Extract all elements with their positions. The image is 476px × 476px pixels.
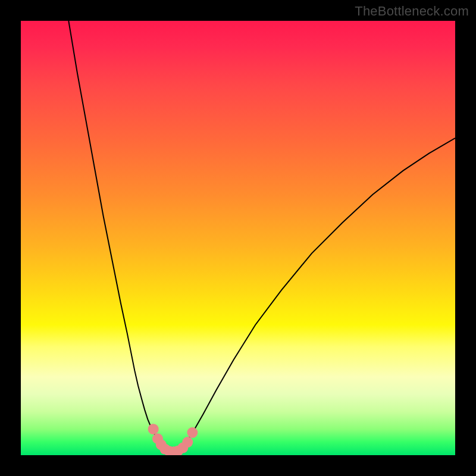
- watermark-text: TheBottleneck.com: [355, 4, 469, 19]
- curve-marker: [148, 424, 159, 434]
- curve-marker: [187, 427, 198, 438]
- bottleneck-curve: [68, 21, 455, 453]
- chart-svg: [21, 21, 455, 455]
- curve-marker: [182, 437, 193, 447]
- chart-plot-area: [21, 21, 455, 455]
- curve-markers: [148, 424, 198, 455]
